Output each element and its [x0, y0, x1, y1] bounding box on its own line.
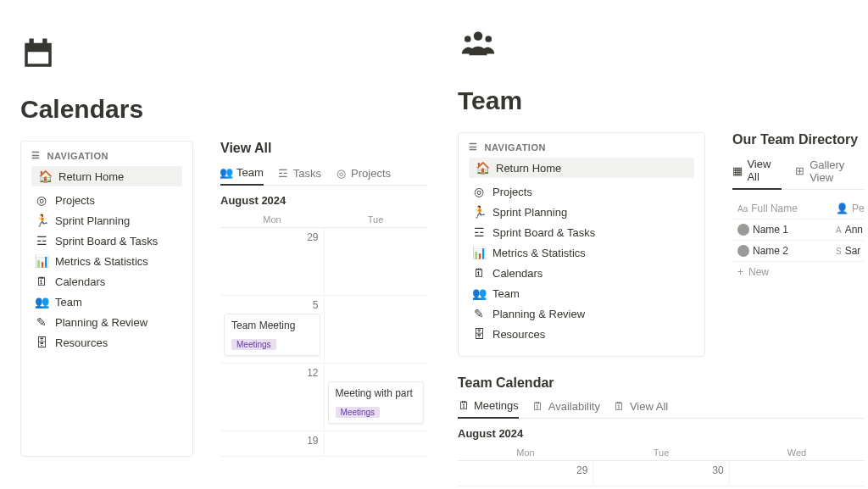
calendar-cell[interactable]	[325, 228, 428, 295]
page-title: Calendars	[20, 95, 427, 124]
nav-return-home[interactable]: 🏠 Return Home	[469, 158, 694, 178]
person-icon: 👤	[836, 203, 849, 214]
calendar-view: View All 👥Team ☲Tasks ◎Projects August 2…	[220, 141, 427, 457]
calendar-cell[interactable]: 29	[458, 461, 593, 486]
plus-icon: +	[737, 266, 743, 278]
nav-team[interactable]: 👥Team	[469, 283, 694, 303]
day-header-wed: Wed	[729, 445, 865, 460]
nav-return-home[interactable]: 🏠 Return Home	[31, 166, 182, 186]
svg-point-6	[485, 36, 492, 42]
directory-table: AaFull Name 👤Pers Name 1 AAnn Name 2 SSa…	[732, 198, 865, 282]
nav-sprint-planning[interactable]: 🏃Sprint Planning	[31, 210, 182, 231]
nav-planning-review[interactable]: ✎Planning & Review	[31, 312, 182, 332]
navigation-box: ☰ NAVIGATION 🏠 Return Home ◎Projects 🏃Sp…	[458, 132, 705, 357]
month-label: August 2024	[458, 427, 865, 440]
team-calendar-heading: Team Calendar	[458, 375, 865, 391]
event-title: Team Meeting	[231, 320, 313, 331]
directory-heading: Our Team Directory	[732, 132, 865, 147]
calendar-cell[interactable]: 5 Team Meeting Meetings	[220, 296, 325, 363]
navigation-box: ☰ NAVIGATION 🏠 Return Home ◎Projects 🏃Sp…	[20, 141, 193, 457]
calendar-cell[interactable]: 12	[220, 364, 325, 431]
calendar-header: Mon Tue Wed	[458, 445, 865, 460]
svg-point-5	[465, 36, 471, 42]
target-icon: ◎	[472, 185, 486, 198]
nav-projects[interactable]: ◎Projects	[31, 190, 182, 210]
people-icon: 👥	[220, 167, 232, 179]
event-tag: Meetings	[336, 407, 381, 418]
chart-icon: 📊	[472, 246, 486, 259]
team-icon: 👥	[35, 295, 48, 308]
event-tag: Meetings	[231, 339, 276, 350]
event-title: Meeting with part	[336, 387, 417, 399]
month-label: August 2024	[220, 194, 427, 207]
calendar-header: Mon Tue	[220, 212, 427, 227]
calendar-cell[interactable]: 29	[220, 228, 325, 295]
table-icon: ▦	[732, 164, 743, 176]
nav-calendars[interactable]: 🗓Calendars	[469, 263, 694, 283]
calendar-cell[interactable]: 30	[593, 461, 729, 486]
add-new-row[interactable]: +New	[732, 262, 865, 282]
calendar-cell[interactable]	[325, 431, 428, 456]
target-icon: ◎	[335, 167, 347, 179]
nav-planning-review[interactable]: ✎Planning & Review	[469, 303, 694, 324]
calendars-panel: Calendars ☰ NAVIGATION 🏠 Return Home ◎Pr…	[20, 36, 427, 457]
calendar-small-icon: 🗓	[35, 275, 48, 288]
nav-team[interactable]: 👥Team	[31, 292, 182, 312]
avatar-icon	[737, 245, 749, 257]
home-icon: 🏠	[476, 161, 489, 175]
nav-metrics[interactable]: 📊Metrics & Statistics	[469, 242, 694, 263]
navigation-heading: ☰ NAVIGATION	[469, 142, 694, 153]
running-icon: 🏃	[472, 205, 486, 219]
tab-tasks[interactable]: ☲Tasks	[277, 166, 321, 185]
menu-icon: ☰	[469, 142, 478, 153]
list-icon: ☲	[35, 234, 48, 247]
svg-rect-2	[42, 39, 47, 47]
tab-meetings[interactable]: 🗓Meetings	[458, 399, 519, 419]
nav-resources[interactable]: 🗄Resources	[31, 332, 182, 353]
nav-sprint-board[interactable]: ☲Sprint Board & Tasks	[469, 222, 694, 242]
team-calendar-tabs: 🗓Meetings 🗓Availability 🗓View All	[458, 399, 865, 419]
table-row[interactable]: Name 1 AAnn	[732, 219, 865, 241]
target-icon: ◎	[35, 193, 48, 207]
nav-metrics[interactable]: 📊Metrics & Statistics	[31, 251, 182, 271]
calendar-body: 29 30	[458, 460, 865, 486]
pencil-icon: ✎	[472, 307, 486, 320]
calendar-small-icon: 🗓	[614, 400, 626, 412]
nav-sprint-planning[interactable]: 🏃Sprint Planning	[469, 202, 694, 222]
page-title: Team	[458, 86, 865, 115]
tab-gallery-view[interactable]: ⊞Gallery View	[795, 158, 865, 189]
nav-resources[interactable]: 🗄Resources	[469, 324, 694, 344]
navigation-heading: ☰ NAVIGATION	[31, 150, 182, 161]
calendar-cell[interactable]: 19	[220, 431, 325, 456]
day-header-tue: Tue	[324, 212, 427, 227]
calendar-cell[interactable]: Meeting with part Meetings	[325, 364, 428, 431]
archive-icon: 🗄	[35, 336, 48, 349]
calendar-body: 29 5 Team Meeting Meetings	[220, 227, 427, 457]
calendar-cell[interactable]	[730, 461, 865, 486]
col-full-name[interactable]: AaFull Name	[732, 198, 831, 219]
team-icon: 👥	[472, 286, 486, 300]
event-card[interactable]: Team Meeting Meetings	[224, 314, 320, 356]
nav-projects[interactable]: ◎Projects	[469, 181, 694, 202]
calendar-small-icon: 🗓	[458, 400, 470, 412]
table-row[interactable]: Name 2 SSar	[732, 241, 865, 262]
tab-team[interactable]: 👥Team	[220, 166, 264, 186]
tab-view-all[interactable]: 🗓View All	[614, 399, 668, 418]
chart-icon: 📊	[35, 254, 48, 268]
svg-point-4	[474, 31, 483, 41]
view-all-heading: View All	[220, 141, 427, 156]
event-card[interactable]: Meeting with part Meetings	[328, 381, 425, 424]
col-person[interactable]: 👤Pers	[831, 198, 865, 219]
checklist-icon: ☲	[277, 167, 289, 179]
svg-rect-3	[28, 52, 49, 64]
calendar-cell[interactable]	[325, 296, 428, 363]
svg-rect-1	[30, 39, 34, 47]
nav-calendars[interactable]: 🗓Calendars	[31, 271, 182, 292]
tab-view-all[interactable]: ▦View All	[732, 158, 782, 190]
nav-sprint-board[interactable]: ☲Sprint Board & Tasks	[31, 231, 182, 251]
table-header-row: AaFull Name 👤Pers	[732, 198, 865, 219]
avatar-icon	[737, 224, 749, 236]
tab-projects[interactable]: ◎Projects	[335, 166, 391, 185]
pencil-icon: ✎	[35, 315, 48, 329]
tab-availability[interactable]: 🗓Availability	[532, 399, 600, 418]
